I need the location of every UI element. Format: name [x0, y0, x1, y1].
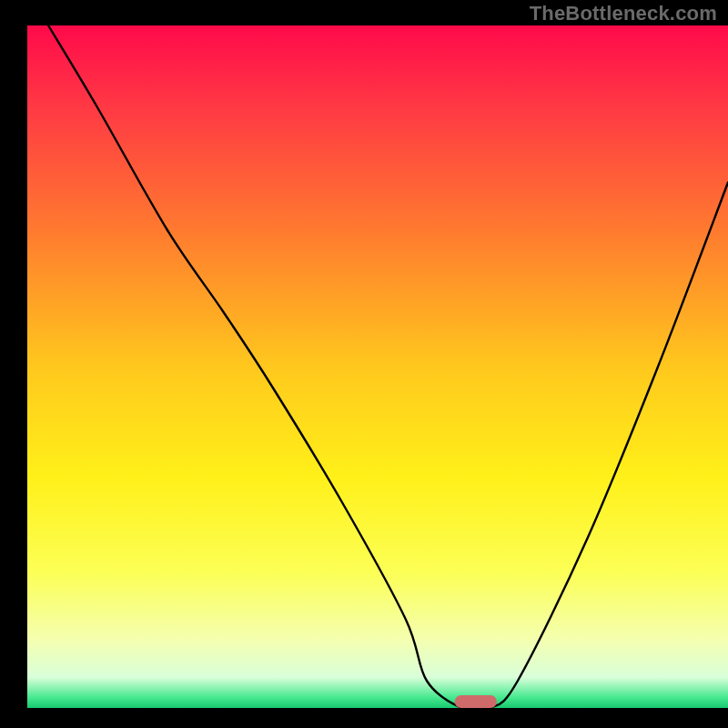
plot-background — [27, 25, 728, 708]
bottleneck-chart — [0, 0, 728, 728]
watermark-text: TheBottleneck.com — [530, 2, 717, 25]
chart-stage: TheBottleneck.com — [0, 0, 728, 728]
optimal-marker — [455, 695, 497, 708]
